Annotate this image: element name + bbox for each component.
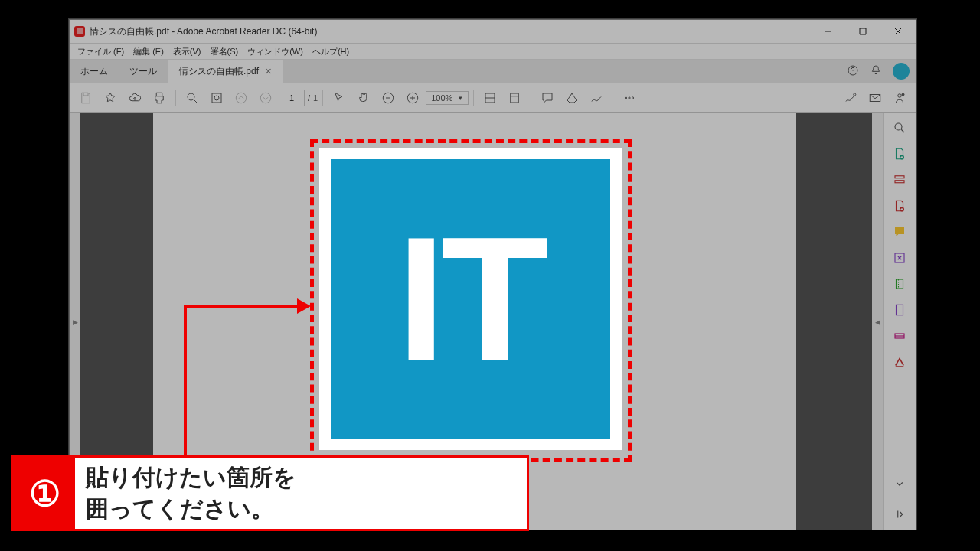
svg-point-14 — [898, 94, 902, 98]
organize-icon[interactable] — [891, 249, 908, 266]
svg-point-4 — [236, 93, 247, 103]
instruction-text: 貼り付けたい箇所を 囲ってください。 — [75, 458, 307, 529]
menu-edit[interactable]: 編集 (E) — [129, 46, 168, 57]
menu-sign[interactable]: 署名(S) — [206, 46, 243, 57]
svg-point-5 — [260, 93, 271, 103]
tab-bar: ホーム ツール 情シスの自由帳.pdf ✕ — [70, 60, 916, 83]
svg-rect-19 — [895, 181, 904, 183]
menu-view[interactable]: 表示(V) — [168, 46, 206, 57]
app-icon — [74, 26, 85, 37]
page-up-icon[interactable] — [230, 86, 253, 109]
comment-icon[interactable] — [536, 86, 559, 109]
connector-vertical — [184, 305, 187, 458]
toolbar: / 1 100%▼ — [70, 83, 916, 113]
tab-document-label: 情シスの自由帳.pdf — [179, 65, 259, 78]
menu-window[interactable]: ウィンドウ(W) — [243, 46, 308, 57]
page-indicator: / 1 — [279, 90, 318, 106]
search-tool-icon[interactable] — [891, 119, 908, 136]
star-icon[interactable] — [99, 86, 122, 109]
svg-point-16 — [895, 123, 902, 130]
tools-pane — [883, 113, 916, 530]
search-icon[interactable] — [181, 86, 204, 109]
svg-point-10 — [629, 97, 630, 99]
zoom-in-icon[interactable] — [401, 86, 424, 109]
help-icon[interactable] — [847, 64, 859, 79]
compress-icon[interactable] — [891, 276, 908, 292]
selection-marquee — [310, 139, 632, 462]
redact-icon[interactable] — [891, 328, 908, 344]
fit-page-icon[interactable] — [503, 86, 526, 109]
svg-point-11 — [632, 97, 634, 99]
window-title: 情シスの自由帳.pdf - Adobe Acrobat Reader DC (6… — [90, 25, 317, 38]
mail-icon[interactable] — [864, 86, 887, 109]
zoom-out-icon[interactable] — [377, 86, 400, 109]
instruction-line1: 貼り付けたい箇所を — [86, 462, 296, 494]
expand-right-icon[interactable]: ◀ — [872, 113, 883, 530]
svg-point-1 — [188, 93, 194, 100]
title-bar: 情シスの自由帳.pdf - Adobe Acrobat Reader DC (6… — [70, 20, 916, 44]
hand-icon[interactable] — [352, 86, 375, 109]
svg-point-3 — [214, 96, 219, 100]
chevron-down-icon[interactable] — [891, 475, 908, 492]
share-icon[interactable] — [888, 86, 911, 109]
page-down-icon[interactable] — [254, 86, 277, 109]
create-pdf-icon[interactable] — [891, 197, 908, 214]
print-icon[interactable] — [148, 86, 171, 109]
close-tab-icon[interactable]: ✕ — [265, 67, 272, 77]
svg-rect-22 — [897, 279, 903, 289]
export-pdf-icon[interactable] — [891, 145, 908, 162]
account-avatar[interactable] — [893, 63, 910, 80]
arrowhead-icon — [297, 298, 311, 314]
page-sep: / — [308, 93, 310, 103]
cloud-icon[interactable] — [123, 86, 146, 109]
protect-icon[interactable] — [891, 354, 908, 370]
svg-rect-18 — [895, 176, 904, 178]
step-number: ① — [14, 458, 75, 529]
page-current-input[interactable] — [279, 90, 305, 106]
tab-tools[interactable]: ツール — [119, 60, 168, 83]
zoom-select[interactable]: 100%▼ — [426, 91, 469, 105]
more-icon[interactable] — [618, 86, 641, 109]
page-total: 1 — [313, 93, 318, 103]
fit-width-icon[interactable] — [479, 86, 501, 109]
menu-help[interactable]: ヘルプ(H) — [308, 46, 354, 57]
collapse-pane-icon[interactable] — [891, 506, 908, 523]
svg-point-15 — [902, 93, 904, 96]
snapshot-icon[interactable] — [205, 86, 228, 109]
highlight-icon[interactable] — [560, 86, 583, 109]
menu-file[interactable]: ファイル (F) — [73, 46, 129, 57]
svg-rect-8 — [511, 93, 519, 103]
save-icon[interactable] — [74, 86, 97, 109]
fill-sign-icon[interactable] — [891, 302, 908, 318]
maximize-button[interactable] — [845, 20, 880, 43]
close-button[interactable] — [880, 20, 916, 43]
tab-home[interactable]: ホーム — [70, 60, 119, 83]
draw-icon[interactable] — [585, 86, 608, 109]
tab-document[interactable]: 情シスの自由帳.pdf ✕ — [168, 60, 283, 83]
instruction-callout: ① 貼り付けたい箇所を 囲ってください。 — [11, 455, 529, 531]
svg-point-9 — [626, 97, 627, 99]
minimize-button[interactable] — [810, 20, 845, 43]
connector-horizontal — [184, 305, 299, 308]
menu-bar: ファイル (F) 編集 (E) 表示(V) 署名(S) ウィンドウ(W) ヘルプ… — [70, 44, 916, 60]
svg-rect-2 — [212, 93, 221, 103]
instruction-line2: 囲ってください。 — [86, 494, 296, 525]
bell-icon[interactable] — [870, 64, 882, 79]
sign-icon[interactable] — [839, 86, 862, 109]
svg-point-12 — [854, 93, 856, 96]
pointer-icon[interactable] — [328, 86, 351, 109]
edit-pdf-icon[interactable] — [891, 171, 908, 188]
comment-tool-icon[interactable] — [891, 223, 908, 240]
